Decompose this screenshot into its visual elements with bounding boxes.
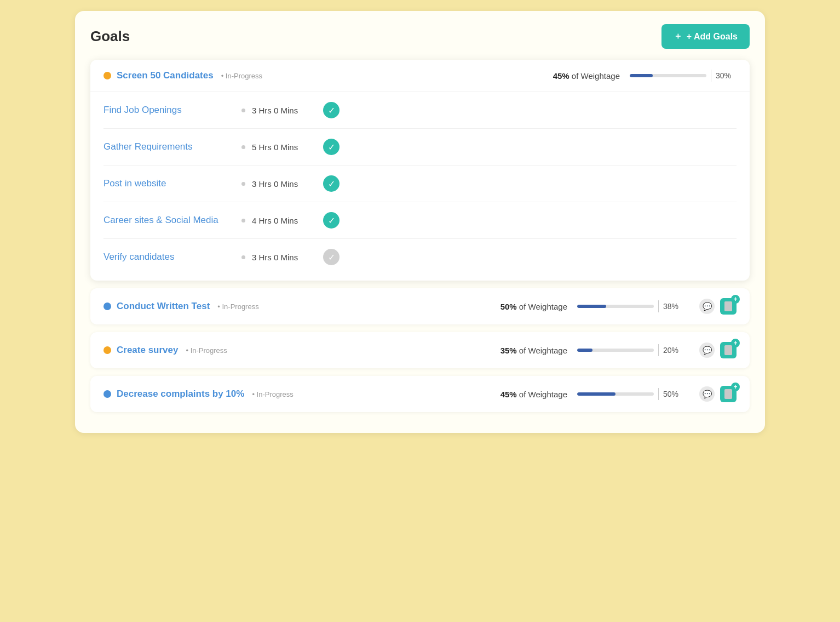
action-icons: 💬 + <box>699 342 737 358</box>
progress-track <box>577 349 654 352</box>
subtask-item: Career sites & Social Media 4 Hrs 0 Mins… <box>103 202 737 239</box>
page-header: Goals ＋ + Add Goals <box>90 24 750 49</box>
comment-icon[interactable]: 💬 <box>699 343 715 358</box>
add-subtask-button[interactable]: + <box>720 386 737 402</box>
subtask-dot <box>241 109 245 112</box>
add-subtask-button[interactable]: + <box>720 342 737 358</box>
goal-item-conduct-written-test: Conduct Written Test • In-Progress 50% o… <box>90 288 750 324</box>
progress-track <box>577 305 654 308</box>
goal-name[interactable]: Screen 50 Candidates <box>117 70 214 81</box>
page-title: Goals <box>90 28 130 45</box>
weightage-text: 45% of Weightage <box>500 390 567 399</box>
progress-fill <box>577 392 615 396</box>
subtask-name[interactable]: Post in website <box>103 178 235 189</box>
check-icon-done: ✓ <box>323 175 340 192</box>
progress-divider <box>658 344 659 356</box>
goal-status-badge: • In-Progress <box>252 390 293 398</box>
comment-icon[interactable]: 💬 <box>699 299 715 314</box>
subtask-dot <box>241 182 245 186</box>
progress-fill <box>577 305 606 308</box>
weightage-text: 50% of Weightage <box>500 302 567 311</box>
status-dot-orange <box>103 346 111 354</box>
subtask-time: 4 Hrs 0 Mins <box>252 216 323 225</box>
goal-name[interactable]: Create survey <box>117 345 178 356</box>
subtask-dot <box>241 219 245 222</box>
comment-icon[interactable]: 💬 <box>699 386 715 402</box>
progress-bar-container: 50% <box>577 388 684 400</box>
svg-rect-1 <box>724 301 732 311</box>
goal-status-badge: • In-Progress <box>221 72 262 80</box>
subtask-name[interactable]: Career sites & Social Media <box>103 215 235 226</box>
plus-icon: ＋ <box>674 31 682 42</box>
goal-status-badge: • In-Progress <box>217 303 258 311</box>
subtask-time: 3 Hrs 0 Mins <box>252 253 323 262</box>
goal-name[interactable]: Conduct Written Test <box>117 301 210 312</box>
goal-name[interactable]: Decrease complaints by 10% <box>117 389 244 400</box>
check-icon-done: ✓ <box>323 212 340 229</box>
check-icon-pending: ✓ <box>323 249 340 265</box>
goal-row-header[interactable]: Create survey • In-Progress 35% of Weigh… <box>103 342 737 358</box>
goal-row-header[interactable]: Decrease complaints by 10% • In-Progress… <box>103 386 737 402</box>
goal-item-screen-candidates: Screen 50 Candidates • In-Progress 45% o… <box>90 60 750 281</box>
check-icon-done: ✓ <box>323 102 340 118</box>
add-goals-button[interactable]: ＋ + Add Goals <box>661 24 750 49</box>
check-icon-done: ✓ <box>323 139 340 155</box>
progress-divider <box>711 70 711 82</box>
weightage-text: 45% of Weightage <box>553 71 620 81</box>
add-subtask-button[interactable]: + <box>720 298 737 315</box>
progress-percentage: 38% <box>663 302 684 311</box>
goal-meta: 50% of Weightage 38% 💬 + <box>500 298 737 315</box>
progress-divider <box>658 300 659 312</box>
weightage-text: 35% of Weightage <box>500 346 567 355</box>
goal-row-header[interactable]: Conduct Written Test • In-Progress 50% o… <box>103 298 737 315</box>
subtask-item: Verify candidates 3 Hrs 0 Mins ✓ <box>103 239 737 275</box>
progress-bar-container: 38% <box>577 300 684 312</box>
subtask-name[interactable]: Find Job Openings <box>103 105 235 116</box>
subtask-name[interactable]: Gather Requirements <box>103 141 235 152</box>
subtask-item: Find Job Openings 3 Hrs 0 Mins ✓ <box>103 92 737 129</box>
subtask-time: 3 Hrs 0 Mins <box>252 106 323 115</box>
action-icons: 💬 + <box>699 298 737 315</box>
progress-bar-container: 20% <box>577 344 684 356</box>
progress-fill <box>630 74 653 77</box>
progress-track <box>630 74 706 77</box>
progress-percentage: 50% <box>663 390 684 398</box>
goal-meta: 35% of Weightage 20% 💬 + <box>500 342 737 358</box>
goal-item-decrease-complaints: Decrease complaints by 10% • In-Progress… <box>90 376 750 412</box>
status-dot-blue <box>103 303 111 310</box>
subtask-item: Post in website 3 Hrs 0 Mins ✓ <box>103 166 737 202</box>
goal-item-create-survey: Create survey • In-Progress 35% of Weigh… <box>90 332 750 368</box>
status-dot-blue <box>103 390 111 398</box>
subtask-time: 3 Hrs 0 Mins <box>252 179 323 189</box>
action-icons: 💬 + <box>699 386 737 402</box>
progress-bar-container: 30% <box>630 70 737 82</box>
goals-container: Goals ＋ + Add Goals Screen 50 Candidates… <box>75 11 765 433</box>
subtask-dot <box>241 255 245 259</box>
subtask-name[interactable]: Verify candidates <box>103 252 235 263</box>
svg-rect-2 <box>724 345 732 355</box>
subtask-item: Gather Requirements 5 Hrs 0 Mins ✓ <box>103 129 737 166</box>
subtask-time: 5 Hrs 0 Mins <box>252 142 323 152</box>
svg-rect-3 <box>724 389 732 399</box>
progress-divider <box>658 388 659 400</box>
progress-percentage: 20% <box>663 346 684 355</box>
subtask-dot <box>241 145 245 149</box>
status-dot-orange <box>103 72 111 79</box>
progress-fill <box>577 349 592 352</box>
subtasks-list: Find Job Openings 3 Hrs 0 Mins ✓ Gather … <box>90 92 750 281</box>
goal-meta: 45% of Weightage 30% <box>553 70 737 82</box>
progress-percentage: 30% <box>716 71 737 80</box>
progress-track <box>577 392 654 396</box>
goal-meta: 45% of Weightage 50% 💬 + <box>500 386 737 402</box>
goal-status-badge: • In-Progress <box>186 346 227 355</box>
add-goals-label: + Add Goals <box>687 32 738 42</box>
goal-row-header[interactable]: Screen 50 Candidates • In-Progress 45% o… <box>90 60 750 92</box>
